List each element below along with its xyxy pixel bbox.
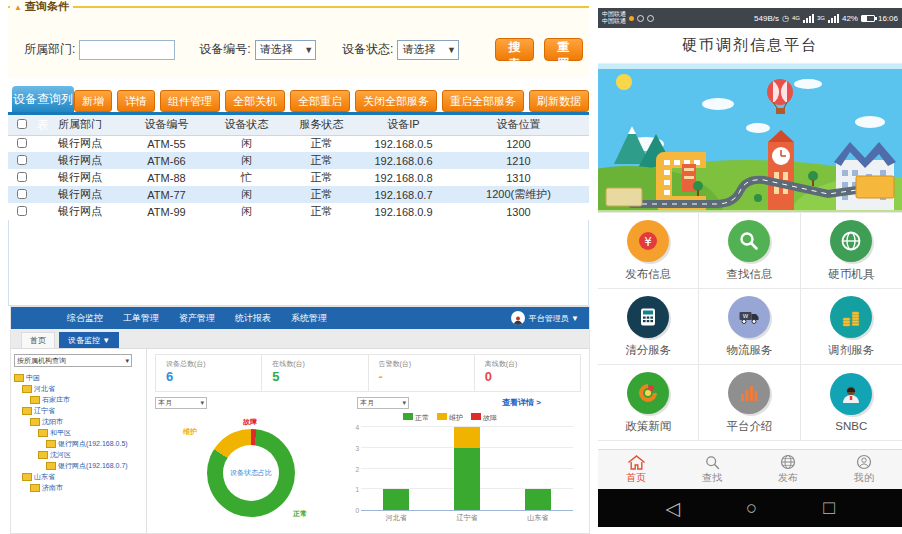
- android-back-button[interactable]: ◁: [665, 497, 680, 520]
- tab-mine[interactable]: 我的: [826, 450, 902, 489]
- person-icon: [830, 373, 872, 415]
- tab-device-monitor[interactable]: 设备监控 ▼: [59, 332, 119, 348]
- org-tree-panel: 按所属机构查询 ▾ 中国 河北省 石家庄市 辽宁省 沈阳市 和平区 银行网点(1…: [11, 349, 147, 533]
- grid-item-logistics-service[interactable]: W 物流服务: [699, 289, 800, 365]
- android-recents-button[interactable]: □: [823, 497, 834, 519]
- tab-publish[interactable]: 发布: [750, 450, 826, 489]
- android-home-button[interactable]: ○: [746, 497, 757, 519]
- magnifier-icon: [728, 220, 770, 262]
- clock-tower: [768, 130, 794, 210]
- grid-item-policy-news[interactable]: 政策新闻: [598, 365, 699, 441]
- col-header[interactable]: 服务状态: [284, 115, 359, 135]
- details-button[interactable]: 详情: [117, 90, 155, 112]
- nav-item-assets[interactable]: 资产管理: [179, 312, 215, 325]
- tab-home[interactable]: 首页: [598, 450, 674, 489]
- search-button[interactable]: 搜索: [495, 38, 534, 61]
- app-title-bar: 硬币调剂信息平台: [598, 28, 902, 64]
- reset-button[interactable]: 重置: [544, 38, 583, 61]
- restart-all-button[interactable]: 全部重启: [290, 90, 350, 112]
- add-button[interactable]: 新增: [74, 90, 112, 112]
- donut-period-select[interactable]: 本月▾: [155, 397, 207, 409]
- row-checkbox[interactable]: [17, 138, 27, 148]
- nav-item-reports[interactable]: 统计报表: [235, 312, 271, 325]
- device-status-select[interactable]: 请选择 ▼: [397, 40, 458, 60]
- table-row[interactable]: 银行网点ATM-77 闲正常 192.168.0.71200(需维护): [8, 186, 589, 203]
- shutdown-all-button[interactable]: 全部关机: [225, 90, 285, 112]
- tree-node[interactable]: 山东省: [22, 471, 143, 482]
- col-header[interactable]: 所属部门: [36, 115, 124, 135]
- table-row[interactable]: 银行网点ATM-88 忙正常 192.168.0.81310: [8, 169, 589, 186]
- nav-item-workorder[interactable]: 工单管理: [123, 312, 159, 325]
- tree-node[interactable]: 银行网点(192.168.0.7): [46, 460, 143, 471]
- component-manage-button[interactable]: 组件管理: [160, 90, 220, 112]
- table-row[interactable]: 银行网点ATM-66 闲正常 192.168.0.61210: [8, 152, 589, 169]
- grid-item-coin-machines[interactable]: 硬币机具: [801, 213, 902, 289]
- monitor-dashboard: 综合监控 工单管理 资产管理 统计报表 系统管理 平台管理员 ▼ 首页 设备监控…: [10, 306, 590, 534]
- tree-node[interactable]: 河北省: [22, 383, 143, 394]
- battery-percent: 42%: [842, 14, 858, 23]
- refresh-data-button[interactable]: 刷新数据: [529, 90, 589, 112]
- donut-label-maint: 维护: [183, 427, 197, 437]
- tree-node[interactable]: 沈河区: [38, 449, 143, 460]
- restart-all-services-button[interactable]: 重启全部服务: [442, 90, 524, 112]
- tab-search[interactable]: 查找: [674, 450, 750, 489]
- calculator-icon: [627, 296, 669, 338]
- row-checkbox[interactable]: [17, 172, 27, 182]
- grid-item-platform-intro[interactable]: 平台介绍: [699, 365, 800, 441]
- grid-item-sorting-service[interactable]: 清分服务: [598, 289, 699, 365]
- chart-filter-row: 本月▾ 本月▾ 查看详情 >: [155, 396, 581, 409]
- chevron-down-icon: ▾: [402, 399, 406, 407]
- select-all-checkbox[interactable]: [17, 119, 27, 129]
- tree-node[interactable]: 沈阳市: [30, 416, 143, 427]
- tree-node[interactable]: 和平区: [38, 427, 143, 438]
- alarm-icon: ◷: [782, 14, 789, 23]
- dept-label: 所属部门:: [24, 41, 75, 58]
- grid-item-snbc[interactable]: SNBC: [801, 365, 902, 441]
- tab-device-query-list[interactable]: 设备查询列表: [12, 86, 74, 112]
- query-conditions-panel: 查询条件 所属部门: 设备编号: 请选择 ▼ 设备状态: 请选择 ▼ 搜索 重置: [8, 6, 589, 78]
- view-details-link[interactable]: 查看详情 >: [502, 397, 541, 408]
- grid-item-publish-info[interactable]: ¥ 发布信息: [598, 213, 699, 289]
- tree-node[interactable]: 银行网点(192.168.0.5): [46, 438, 143, 449]
- tab-home[interactable]: 首页: [21, 332, 55, 348]
- table-empty-area: [8, 220, 589, 306]
- col-header[interactable]: 设备IP: [359, 115, 448, 135]
- legend-chip: [437, 413, 447, 420]
- stop-all-services-button[interactable]: 关闭全部服务: [355, 90, 437, 112]
- person-icon: [513, 315, 523, 325]
- bar: [383, 427, 409, 510]
- row-checkbox[interactable]: [17, 155, 27, 165]
- col-header[interactable]: 设备状态: [209, 115, 284, 135]
- dept-input[interactable]: [79, 40, 175, 60]
- table-row[interactable]: 银行网点ATM-55 闲正常 192.168.0.51200: [8, 135, 589, 152]
- table-row[interactable]: 银行网点ATM-99 闲正常 192.168.0.91300: [8, 203, 589, 220]
- query-conditions-legend: 查询条件: [10, 0, 73, 14]
- user-menu[interactable]: 平台管理员 ▼: [511, 311, 579, 325]
- notification-ring-icon: [637, 15, 644, 22]
- grid-item-find-info[interactable]: 查找信息: [699, 213, 800, 289]
- bar: [525, 427, 551, 510]
- col-header[interactable]: 设备编号: [124, 115, 209, 135]
- carrier-labels: 中国联通中国联通: [602, 11, 626, 25]
- signal-bars-icon: [828, 14, 839, 23]
- bar-legend: 正常 维护 故障: [403, 413, 497, 423]
- device-no-select[interactable]: 请选择 ▼: [255, 40, 316, 60]
- dashboard-main: 设备总数(台) 6 在线数(台) 5 告警数(台) - 离线数(台) 0: [147, 349, 589, 533]
- grid-item-adjust-service[interactable]: 调剂服务: [801, 289, 902, 365]
- search-icon: [705, 455, 720, 470]
- col-header[interactable]: 设备位置: [448, 115, 589, 135]
- tree-node[interactable]: 中国: [14, 372, 143, 383]
- home-icon: [628, 455, 645, 470]
- tree-filter-select[interactable]: 按所属机构查询 ▾: [14, 354, 132, 367]
- row-checkbox[interactable]: [17, 189, 27, 199]
- screenshot-root: 查询条件 所属部门: 设备编号: 请选择 ▼ 设备状态: 请选择 ▼ 搜索 重置…: [0, 0, 902, 534]
- nav-item-system[interactable]: 系统管理: [291, 312, 327, 325]
- row-checkbox[interactable]: [17, 206, 27, 216]
- nav-item-monitor[interactable]: 综合监控: [67, 312, 103, 325]
- tree-node[interactable]: 辽宁省: [22, 405, 143, 416]
- tree-node[interactable]: 石家庄市: [30, 394, 143, 405]
- stat-online: 在线数(台) 5: [262, 355, 368, 391]
- bar-period-select[interactable]: 本月▾: [357, 397, 409, 409]
- tree-node[interactable]: 济南市: [30, 482, 143, 493]
- dashboard-navbar: 综合监控 工单管理 资产管理 统计报表 系统管理 平台管理员 ▼: [11, 307, 589, 329]
